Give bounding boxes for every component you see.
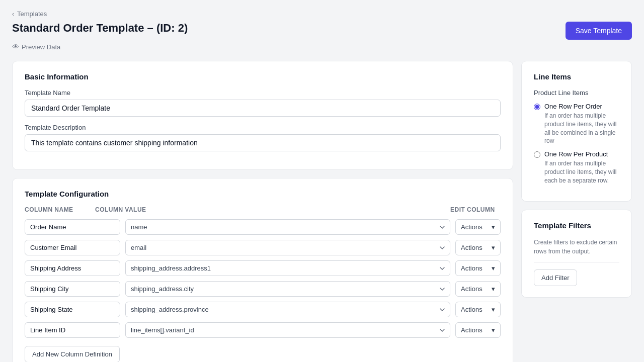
config-row-4: shipping_address.city Actions ▾ — [25, 281, 501, 297]
actions-button-1[interactable]: Actions ▾ — [455, 219, 501, 235]
actions-chevron-5: ▾ — [492, 306, 495, 313]
col-value-select-3[interactable]: shipping_address.address1 — [125, 260, 450, 276]
col-name-input-1[interactable] — [25, 219, 120, 235]
col-name-input-2[interactable] — [25, 240, 120, 255]
add-filter-button[interactable]: Add Filter — [534, 269, 577, 286]
page-container: ‹ Templates Standard Order Template – (I… — [0, 0, 644, 362]
config-row-5: shipping_address.province Actions ▾ — [25, 302, 501, 317]
radio-input-per-product[interactable] — [534, 151, 540, 158]
actions-chevron-3: ▾ — [492, 264, 495, 272]
actions-chevron-4: ▾ — [492, 285, 495, 293]
breadcrumb: ‹ Templates — [12, 10, 632, 18]
filters-desc: Create filters to exclude certain rows f… — [534, 238, 619, 256]
radio-text-per-order: One Row Per Order — [544, 103, 619, 110]
config-title: Template Configuration — [25, 190, 501, 198]
page-title: Standard Order Template – (ID: 2) — [12, 22, 188, 35]
actions-chevron-1: ▾ — [492, 223, 495, 231]
config-row-3: shipping_address.address1 Actions ▾ — [25, 260, 501, 276]
product-line-items-subtitle: Product Line Items — [534, 89, 619, 97]
col-name-input-4[interactable] — [25, 281, 120, 297]
filters-title: Template Filters — [534, 221, 619, 230]
main-layout: Basic Information Template Name Template… — [12, 61, 632, 362]
radio-item-per-product: One Row Per Product If an order has mult… — [534, 150, 619, 185]
actions-label-1: Actions — [461, 223, 482, 231]
col-header-edit: Edit Column — [450, 206, 501, 213]
actions-button-5[interactable]: Actions ▾ — [455, 302, 501, 317]
column-headers-row: Column Name Column Value Edit Column — [25, 206, 501, 215]
right-column: Line Items Product Line Items One Row Pe… — [521, 61, 632, 298]
breadcrumb-templates-link[interactable]: Templates — [17, 10, 47, 18]
actions-label-5: Actions — [461, 306, 482, 313]
line-items-card: Line Items Product Line Items One Row Pe… — [521, 61, 632, 202]
col-header-value: Column Value — [95, 206, 445, 213]
line-items-radio-group: One Row Per Order If an order has multip… — [534, 103, 619, 185]
page-header: Standard Order Template – (ID: 2) Save T… — [12, 22, 632, 40]
preview-data-label: Preview Data — [22, 43, 60, 51]
col-value-select-5[interactable]: shipping_address.province — [125, 302, 450, 317]
actions-label-2: Actions — [461, 244, 482, 251]
template-desc-label: Template Description — [25, 124, 501, 131]
template-name-label: Template Name — [25, 89, 501, 97]
config-row-6: line_items[].variant_id Actions ▾ — [25, 322, 501, 338]
actions-label-3: Actions — [461, 264, 482, 272]
preview-data-link[interactable]: 👁 Preview Data — [12, 43, 632, 51]
col-value-select-2[interactable]: email — [125, 240, 450, 255]
actions-button-4[interactable]: Actions ▾ — [455, 281, 501, 297]
template-filters-card: Template Filters Create filters to exclu… — [521, 210, 632, 298]
template-name-group: Template Name — [25, 89, 501, 117]
basic-info-title: Basic Information — [25, 72, 501, 81]
actions-chevron-2: ▾ — [492, 244, 495, 251]
col-value-select-4[interactable]: shipping_address.city — [125, 281, 450, 297]
col-value-select-6[interactable]: line_items[].variant_id — [125, 322, 450, 338]
actions-button-3[interactable]: Actions ▾ — [455, 260, 501, 276]
actions-button-2[interactable]: Actions ▾ — [455, 240, 501, 255]
radio-input-per-order[interactable] — [534, 104, 540, 110]
col-name-input-6[interactable] — [25, 322, 120, 338]
col-header-name: Column Name — [25, 206, 90, 213]
template-desc-group: Template Description — [25, 124, 501, 151]
col-value-select-1[interactable]: name — [125, 219, 450, 235]
actions-chevron-6: ▾ — [492, 326, 495, 334]
template-desc-input[interactable] — [25, 134, 501, 151]
actions-label-4: Actions — [461, 285, 482, 293]
eye-icon: 👁 — [12, 43, 19, 51]
radio-label-per-order[interactable]: One Row Per Order If an order has multip… — [534, 103, 619, 145]
config-row-1: name Actions ▾ — [25, 219, 501, 235]
left-column: Basic Information Template Name Template… — [12, 61, 513, 362]
back-chevron-icon: ‹ — [12, 11, 14, 18]
template-name-input[interactable] — [25, 100, 501, 117]
filters-divider — [534, 262, 619, 262]
config-row-2: email Actions ▾ — [25, 240, 501, 255]
radio-desc-per-order: If an order has multiple product line it… — [544, 112, 619, 145]
col-name-input-3[interactable] — [25, 260, 120, 276]
actions-label-6: Actions — [461, 326, 482, 334]
radio-label-per-product[interactable]: One Row Per Product If an order has mult… — [534, 150, 619, 185]
template-config-card: Template Configuration Column Name Colum… — [12, 178, 513, 362]
save-template-button[interactable]: Save Template — [566, 22, 632, 40]
actions-button-6[interactable]: Actions ▾ — [455, 322, 501, 338]
col-name-input-5[interactable] — [25, 302, 120, 317]
add-column-button[interactable]: Add New Column Definition — [25, 346, 120, 362]
radio-item-per-order: One Row Per Order If an order has multip… — [534, 103, 619, 145]
radio-text-per-product: One Row Per Product — [544, 150, 619, 158]
basic-info-card: Basic Information Template Name Template… — [12, 61, 513, 170]
line-items-title: Line Items — [534, 72, 619, 81]
radio-desc-per-product: If an order has multiple product line it… — [544, 159, 619, 185]
